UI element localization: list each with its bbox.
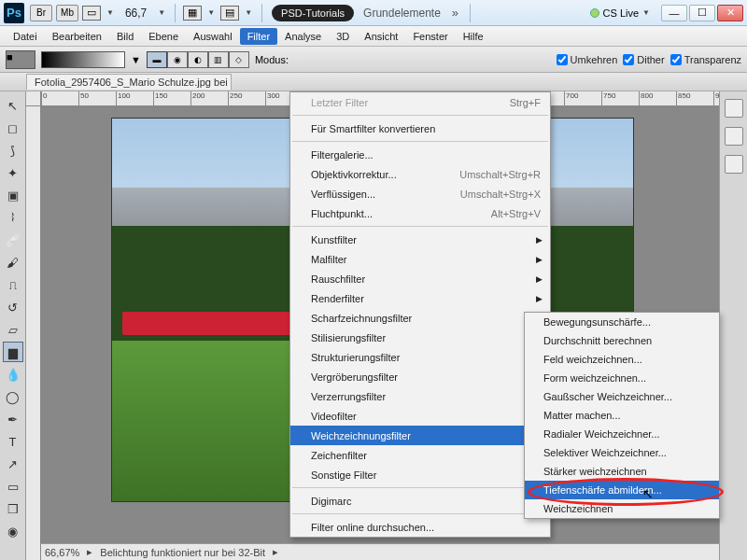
menu-item[interactable]: Objektivkorrektur...Umschalt+Strg+R <box>290 164 550 184</box>
menu-datei[interactable]: Datei <box>6 28 45 45</box>
dodge-tool[interactable]: ◯ <box>3 386 23 407</box>
submenu-item[interactable]: Selektiver Weichzeichner... <box>525 443 719 462</box>
maximize-button[interactable]: ☐ <box>689 5 715 21</box>
submenu-item[interactable]: Stärker weichzeichnen <box>525 462 719 481</box>
submenu-item[interactable]: Bewegungsunschärfe... <box>525 313 719 331</box>
eraser-tool[interactable]: ▱ <box>3 319 23 340</box>
menu-3d[interactable]: 3D <box>329 28 357 45</box>
path-tool[interactable]: ↗ <box>3 454 23 474</box>
document-tabstrip: Fotolia_2957406_S_Mario Schulze.jpg bei … <box>0 73 747 91</box>
menu-analyse[interactable]: Analyse <box>277 28 329 45</box>
lasso-tool[interactable]: ⟆ <box>3 140 23 161</box>
menu-item[interactable]: Für Smartfilter konvertieren <box>290 119 550 138</box>
menu-filter: Letzter FilterStrg+FFür Smartfilter konv… <box>289 91 551 538</box>
status-zoom[interactable]: 66,67% <box>45 547 79 558</box>
menu-item[interactable]: Zeichenfilter▶ <box>290 445 550 465</box>
transparency-checkbox[interactable]: Transparenz <box>670 54 741 65</box>
history-brush-tool[interactable]: ↺ <box>3 297 23 317</box>
menu-item[interactable]: Digimarc▶ <box>290 491 550 511</box>
menu-item[interactable]: Stilisierungsfilter▶ <box>290 328 550 347</box>
submenu-item[interactable]: Form weichzeichnen... <box>525 369 719 387</box>
menu-item[interactable]: Renderfilter▶ <box>290 288 550 308</box>
submenu-item[interactable]: Feld weichzeichnen... <box>525 350 719 369</box>
eyedropper-tool[interactable]: 𝄔 <box>3 207 23 228</box>
workspace-secondary[interactable]: Grundelemente <box>363 7 441 20</box>
menu-item[interactable]: Filter online durchsuchen... <box>290 517 550 537</box>
submenu-item[interactable]: Gaußscher Weichzeichner... <box>525 387 719 406</box>
wand-tool[interactable]: ✦ <box>3 162 23 183</box>
crop-tool[interactable]: ▣ <box>3 185 23 205</box>
menu-item[interactable]: Rauschfilter▶ <box>290 269 550 288</box>
menu-item[interactable]: Sonstige Filter▶ <box>290 465 550 484</box>
menu-fenster[interactable]: Fenster <box>405 28 455 45</box>
submenu-item[interactable]: Matter machen... <box>525 406 719 425</box>
dropdown-icon[interactable]: ▼ <box>245 8 252 17</box>
submenu-item[interactable]: Weichzeichnen <box>525 499 719 518</box>
panel-icon[interactable] <box>725 155 743 174</box>
submenu-item[interactable]: Radialer Weichzeichner... <box>525 425 719 443</box>
menu-item[interactable]: Weichzeichnungsfilter▶ <box>290 426 550 445</box>
gradient-tool[interactable]: ▆ <box>3 342 23 362</box>
dither-checkbox[interactable]: Dither <box>623 54 664 65</box>
chevrons-icon[interactable]: » <box>452 6 458 20</box>
blur-tool[interactable]: 💧 <box>3 364 23 385</box>
zoom-label[interactable]: 66,7 <box>125 7 147 20</box>
submenu-item[interactable]: Tiefenschärfe abmildern... <box>525 481 719 499</box>
marquee-tool[interactable]: ◻ <box>3 118 23 138</box>
shape-tool[interactable]: ▭ <box>3 476 23 497</box>
arrange-button[interactable]: ▦ <box>183 6 202 21</box>
app-icon: Ps <box>4 3 24 23</box>
menu-item[interactable]: Strukturierungsfilter▶ <box>290 347 550 367</box>
stamp-tool[interactable]: ⎍ <box>3 274 23 295</box>
menu-auswahl[interactable]: Auswahl <box>186 28 240 45</box>
diamond-gradient-button[interactable]: ◇ <box>229 51 249 68</box>
menu-item[interactable]: Malfilter▶ <box>290 249 550 269</box>
pen-tool[interactable]: ✒ <box>3 409 23 429</box>
menu-item[interactable]: Filtergalerie... <box>290 145 550 164</box>
menu-item[interactable]: Scharfzeichnungsfilter▶ <box>290 308 550 328</box>
document-tab[interactable]: Fotolia_2957406_S_Mario Schulze.jpg bei … <box>26 74 232 90</box>
cslive-button[interactable]: CS Live ▼ <box>590 7 654 19</box>
3d-tool[interactable]: ❒ <box>3 498 23 519</box>
radial-gradient-button[interactable]: ◉ <box>167 51 188 68</box>
menu-item[interactable]: Videofilter▶ <box>290 406 550 426</box>
submenu-item[interactable]: Durchschnitt berechnen <box>525 331 719 350</box>
angle-gradient-button[interactable]: ◐ <box>188 51 208 68</box>
menu-item[interactable]: Verflüssigen...Umschalt+Strg+X <box>290 184 550 203</box>
brush-tool[interactable]: 🖌 <box>3 252 23 273</box>
menu-hilfe[interactable]: Hilfe <box>456 28 491 45</box>
type-tool[interactable]: T <box>3 431 23 452</box>
bridge-button[interactable]: Br <box>30 5 52 21</box>
tool-preset[interactable]: ■ <box>6 50 35 69</box>
menu-ebene[interactable]: Ebene <box>141 28 186 45</box>
menu-filter[interactable]: Filter <box>240 28 277 45</box>
linear-gradient-button[interactable]: ▬ <box>147 51 167 68</box>
reverse-checkbox[interactable]: Umkehren <box>557 54 618 65</box>
dropdown-icon[interactable]: ▼ <box>131 54 141 65</box>
gradient-swatch[interactable] <box>41 51 125 68</box>
dropdown-icon: ▼ <box>642 8 650 17</box>
panel-icon[interactable] <box>725 127 743 146</box>
minibridge-button[interactable]: Mb <box>56 5 78 21</box>
panel-icon[interactable] <box>725 99 743 118</box>
camera-tool[interactable]: ◉ <box>3 521 23 541</box>
menu-ansicht[interactable]: Ansicht <box>357 28 405 45</box>
move-tool[interactable]: ↖ <box>3 95 23 116</box>
options-bar: ■ ▼ ▬ ◉ ◐ ▥ ◇ Modus: Umkehren Dither Tra… <box>0 47 747 73</box>
reflected-gradient-button[interactable]: ▥ <box>208 51 229 68</box>
healing-tool[interactable]: 🩹 <box>3 230 23 250</box>
menu-item[interactable]: Kunstfilter▶ <box>290 230 550 249</box>
menu-bearbeiten[interactable]: Bearbeiten <box>45 28 109 45</box>
menu-item[interactable]: Vergröberungsfilter▶ <box>290 367 550 386</box>
menu-item[interactable]: Verzerrungsfilter▶ <box>290 386 550 406</box>
dropdown-icon[interactable]: ▼ <box>207 8 215 17</box>
screenmode-button[interactable]: ▭ <box>82 6 101 21</box>
dropdown-icon[interactable]: ▼ <box>106 8 114 17</box>
dropdown-icon[interactable]: ▼ <box>158 8 165 17</box>
minimize-button[interactable]: — <box>661 5 687 21</box>
menu-item[interactable]: Fluchtpunkt...Alt+Strg+V <box>290 203 550 223</box>
menu-bild[interactable]: Bild <box>109 28 141 45</box>
close-button[interactable]: ✕ <box>717 5 743 21</box>
workspace-pill[interactable]: PSD-Tutorials <box>272 5 354 21</box>
extras-button[interactable]: ▤ <box>220 6 239 21</box>
